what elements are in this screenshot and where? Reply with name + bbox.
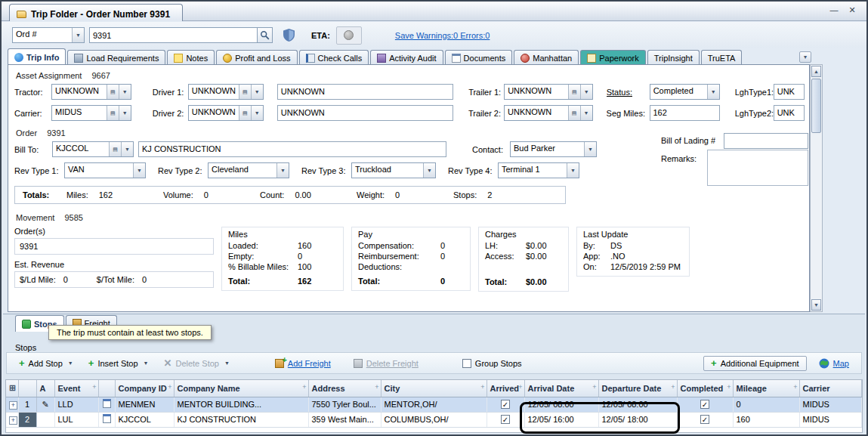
chevron-down-icon[interactable]: ▼	[580, 85, 592, 99]
tractor-combo[interactable]: UNKNOWN ▤ ▼	[51, 84, 131, 100]
completed-checkbox[interactable]: ✓	[700, 415, 709, 424]
add-freight-button[interactable]: + Add Freight	[270, 357, 335, 370]
tab-activity-audit[interactable]: Activity Audit	[370, 50, 443, 65]
tab-check-calls[interactable]: Check Calls	[299, 50, 369, 65]
tab-trueta[interactable]: TruETA	[701, 50, 743, 65]
lookup-edit-icon[interactable]: ▤	[107, 85, 119, 99]
search-button[interactable]	[257, 27, 273, 43]
lookup-edit-icon[interactable]: ▤	[239, 106, 251, 120]
tab-paperwork[interactable]: Paperwork	[580, 50, 646, 65]
completed-checkbox[interactable]: ✓	[700, 400, 709, 409]
header-departure-date[interactable]: Departure Date+	[598, 380, 677, 397]
bill-to-name-field[interactable]: KJ CONSTRUCTION	[138, 141, 446, 157]
lookup-edit-icon[interactable]: ▤	[239, 85, 251, 99]
lghtype1-field[interactable]: UNK	[774, 84, 805, 100]
header-address[interactable]: Address+	[308, 380, 381, 397]
rev-type1-combo[interactable]: VAN ▼	[64, 162, 146, 178]
chevron-down-icon[interactable]: ▼	[119, 106, 131, 120]
seg-miles-field[interactable]: 162	[650, 105, 720, 121]
trailer2-combo[interactable]: UNKNOWN ▤ ▼	[504, 105, 593, 121]
header-city[interactable]: City+	[381, 380, 487, 397]
chevron-down-icon[interactable]: ▼	[251, 106, 263, 120]
tab-manhattan[interactable]: Manhattan	[514, 50, 579, 65]
scroll-up-icon[interactable]: ▲	[811, 66, 821, 77]
table-row[interactable]: + 1 ✎ LLD MENMEN MENTOR BUILDING... 7550…	[6, 397, 862, 412]
header-company-id[interactable]: Company ID+	[115, 380, 174, 397]
column-filter-icon[interactable]: +	[480, 383, 484, 391]
orders-value-field[interactable]: 9391	[14, 238, 214, 255]
tab-load-requirements[interactable]: Load Requirements	[67, 50, 165, 65]
tab-overflow-button[interactable]: ▾	[799, 51, 811, 63]
header-carrier[interactable]: Carrier	[799, 380, 862, 397]
column-filter-icon[interactable]: +	[92, 383, 96, 391]
group-stops-toggle[interactable]: Group Stops	[458, 357, 527, 370]
expand-row-button[interactable]: +	[9, 416, 17, 425]
column-filter-icon[interactable]: +	[592, 383, 596, 391]
header-mileage[interactable]: Mileage+	[733, 380, 799, 397]
tab-trip-info[interactable]: Trip Info	[8, 48, 66, 65]
chevron-down-icon[interactable]: ▼	[119, 85, 131, 99]
chevron-down-icon[interactable]: ▼	[580, 106, 592, 120]
column-filter-icon[interactable]: +	[168, 383, 171, 391]
minimize-button[interactable]: —	[827, 5, 841, 17]
tab-notes[interactable]: Notes	[167, 50, 215, 65]
header-event[interactable]: Event+	[54, 380, 98, 397]
stop-doc-icon[interactable]	[103, 399, 111, 408]
column-filter-icon[interactable]: +	[671, 383, 675, 391]
tab-documents[interactable]: Documents	[445, 50, 513, 65]
arrived-checkbox[interactable]: ✓	[501, 400, 510, 409]
column-chooser-icon[interactable]: ⊞	[9, 383, 16, 392]
column-filter-icon[interactable]: +	[727, 383, 731, 391]
column-filter-icon[interactable]: +	[793, 383, 797, 391]
lookup-edit-icon[interactable]: ▤	[568, 85, 580, 99]
status-combo[interactable]: Completed ▼	[650, 84, 720, 100]
delete-freight-button[interactable]: Delete Freight	[349, 357, 423, 370]
header-arrived[interactable]: Arrived+	[487, 380, 524, 397]
lookup-edit-icon[interactable]: ▤	[109, 142, 121, 156]
scroll-down-icon[interactable]: ▼	[811, 299, 821, 311]
chevron-down-icon[interactable]: ▼	[133, 163, 145, 178]
header-stop-type[interactable]	[98, 380, 115, 397]
header-company-name[interactable]: Company Name+	[174, 380, 308, 397]
vertical-scrollbar[interactable]: ▲ ▼	[810, 64, 823, 312]
stop-doc-icon[interactable]	[103, 414, 111, 423]
chevron-down-icon[interactable]: ▼	[251, 85, 263, 99]
arrived-checkbox[interactable]: ✓	[501, 415, 510, 424]
column-filter-icon[interactable]: +	[302, 383, 306, 391]
expand-row-button[interactable]: +	[9, 401, 17, 410]
chevron-down-icon[interactable]: ▼	[276, 163, 289, 178]
column-filter-icon[interactable]: +	[375, 383, 378, 391]
remarks-field[interactable]	[707, 150, 808, 186]
chevron-down-icon[interactable]: ▼	[121, 142, 133, 156]
shield-icon[interactable]	[283, 29, 295, 42]
lookup-edit-icon[interactable]: ▤	[107, 106, 119, 120]
header-arrival-date[interactable]: Arrival Date+	[524, 380, 598, 397]
header-completed[interactable]: Completed+	[677, 380, 733, 397]
close-button[interactable]: ✕	[845, 5, 859, 17]
status-label[interactable]: Status:	[607, 88, 645, 97]
carrier-combo[interactable]: MIDUS ▤ ▼	[51, 105, 131, 121]
driver2-combo[interactable]: UNKNOWN ▤ ▼	[188, 105, 264, 121]
order-number-input[interactable]	[89, 27, 257, 43]
rev-type2-combo[interactable]: Cleveland ▼	[208, 162, 289, 178]
driver2-name-field[interactable]: UNKNOWN	[277, 105, 453, 121]
chevron-down-icon[interactable]: ▼	[567, 163, 579, 178]
trailer1-combo[interactable]: UNKNOWN ▤ ▼	[504, 84, 593, 100]
insert-stop-button[interactable]: + Insert Stop ▼	[84, 357, 153, 370]
bill-to-combo[interactable]: KJCCOL ▤ ▼	[52, 141, 134, 157]
table-row[interactable]: + 2 LUL KJCCOL KJ CONSTRUCTION 359 West …	[6, 412, 862, 427]
chevron-down-icon[interactable]: ▼	[423, 163, 435, 178]
chevron-down-icon[interactable]: ▼	[72, 28, 84, 42]
chevron-down-icon[interactable]: ▼	[584, 142, 596, 156]
scrollbar-thumb[interactable]	[811, 79, 821, 133]
map-button[interactable]: Map	[814, 356, 854, 371]
chevron-down-icon[interactable]: ▼	[707, 85, 719, 99]
add-stop-button[interactable]: + Add Stop ▼	[14, 357, 78, 370]
tab-profit-and-loss[interactable]: Profit and Loss	[216, 50, 297, 65]
tab-tripinsight[interactable]: TripInsight	[647, 50, 700, 65]
group-stops-checkbox[interactable]	[462, 359, 471, 368]
save-warnings-link[interactable]: Save Warnings:0 Errors:0	[395, 31, 490, 40]
driver1-name-field[interactable]: UNKNOWN	[277, 84, 453, 100]
lookup-edit-icon[interactable]: ▤	[568, 106, 580, 120]
ord-type-combo[interactable]: Ord # ▼	[12, 27, 85, 43]
